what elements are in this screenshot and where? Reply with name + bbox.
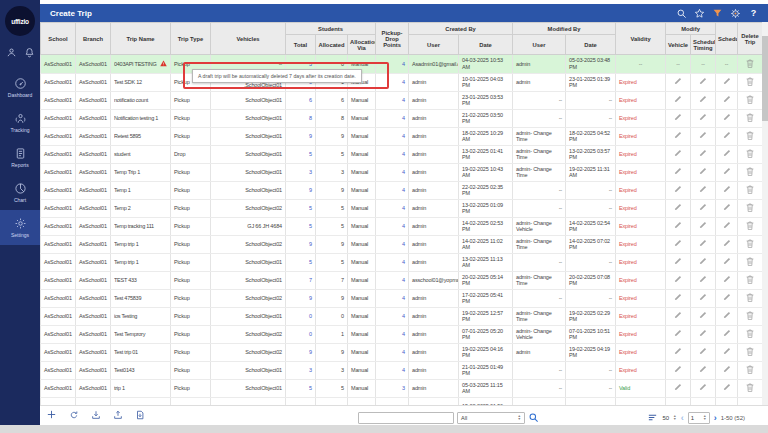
cell-pickup-drop-points[interactable]: 4 bbox=[376, 217, 409, 235]
modify-vehicle-button[interactable] bbox=[666, 145, 691, 163]
cell-students-total[interactable]: 8 bbox=[286, 109, 316, 127]
modify-schedule-button[interactable] bbox=[716, 73, 738, 91]
modify-schedule-button[interactable] bbox=[716, 91, 738, 109]
delete-trip-button[interactable] bbox=[738, 361, 763, 379]
export-icon[interactable] bbox=[91, 410, 101, 420]
modify-vehicle-button[interactable] bbox=[666, 91, 691, 109]
sidebar-item-tracking[interactable]: Tracking bbox=[0, 105, 40, 140]
cell-students-total[interactable]: 3 bbox=[286, 361, 316, 379]
modify-schedule-button[interactable] bbox=[716, 289, 738, 307]
next-page-button[interactable]: › bbox=[714, 412, 717, 424]
gear-icon[interactable] bbox=[730, 8, 741, 19]
modify-schedule-timing-button[interactable] bbox=[691, 361, 716, 379]
modify-schedule-button[interactable] bbox=[716, 307, 738, 325]
modify-schedule-button[interactable] bbox=[716, 253, 738, 271]
cell-pickup-drop-points[interactable]: 4 bbox=[376, 91, 409, 109]
modify-schedule-button[interactable] bbox=[716, 181, 738, 199]
filter-icon[interactable] bbox=[712, 8, 723, 19]
modify-schedule-button[interactable] bbox=[716, 109, 738, 127]
modify-vehicle-button[interactable] bbox=[666, 253, 691, 271]
delete-trip-button[interactable] bbox=[738, 91, 763, 109]
delete-trip-button[interactable] bbox=[738, 145, 763, 163]
delete-trip-button[interactable] bbox=[738, 127, 763, 145]
cell-pickup-drop-points[interactable]: 4 bbox=[376, 271, 409, 289]
modify-schedule-timing-button[interactable] bbox=[691, 271, 716, 289]
delete-trip-button[interactable] bbox=[738, 199, 763, 217]
cell-students-total[interactable]: 9 bbox=[286, 127, 316, 145]
cell-pickup-drop-points[interactable]: 4 bbox=[376, 181, 409, 199]
modify-schedule-timing-button[interactable] bbox=[691, 163, 716, 181]
col-modified-date[interactable]: Date bbox=[566, 35, 616, 55]
modify-schedule-timing-button[interactable] bbox=[691, 289, 716, 307]
modify-vehicle-button[interactable] bbox=[666, 325, 691, 343]
modify-schedule-button[interactable] bbox=[716, 163, 738, 181]
modify-schedule-timing-button[interactable] bbox=[691, 91, 716, 109]
modify-vehicle-button[interactable] bbox=[666, 199, 691, 217]
modify-vehicle-button[interactable] bbox=[666, 109, 691, 127]
cell-pickup-drop-points[interactable]: 4 bbox=[376, 343, 409, 361]
modify-vehicle-button[interactable] bbox=[666, 361, 691, 379]
delete-trip-button[interactable] bbox=[738, 289, 763, 307]
modify-schedule-button[interactable] bbox=[716, 217, 738, 235]
delete-trip-button[interactable] bbox=[738, 343, 763, 361]
search-icon[interactable] bbox=[676, 8, 687, 19]
col-created-date[interactable]: Date bbox=[459, 35, 513, 55]
cell-pickup-drop-points[interactable]: 4 bbox=[376, 109, 409, 127]
modify-schedule-timing-button[interactable] bbox=[691, 379, 716, 397]
delete-trip-button[interactable] bbox=[738, 379, 763, 397]
modify-schedule-button[interactable] bbox=[716, 343, 738, 361]
modify-schedule-timing-button[interactable] bbox=[691, 145, 716, 163]
modify-vehicle-button[interactable] bbox=[666, 217, 691, 235]
modify-vehicle-button[interactable] bbox=[666, 127, 691, 145]
add-trip-button[interactable] bbox=[46, 409, 57, 420]
page-number-input[interactable]: 1 ▲▼ bbox=[688, 412, 710, 424]
delete-trip-button[interactable] bbox=[738, 109, 763, 127]
delete-trip-button[interactable] bbox=[738, 181, 763, 199]
sidebar-item-chart[interactable]: Chart bbox=[0, 175, 40, 210]
modify-schedule-timing-button[interactable] bbox=[691, 343, 716, 361]
cell-students-total[interactable]: 7 bbox=[286, 271, 316, 289]
col-pickup-drop-points[interactable]: Pickup-Drop Points bbox=[376, 23, 409, 55]
modify-schedule-button[interactable] bbox=[716, 379, 738, 397]
modify-schedule-timing-button[interactable] bbox=[691, 109, 716, 127]
col-created-user[interactable]: User bbox=[409, 35, 459, 55]
refresh-button[interactable] bbox=[69, 410, 79, 420]
col-schedule[interactable]: Schedule bbox=[716, 23, 738, 55]
user-icon[interactable] bbox=[6, 47, 17, 58]
page-size-stepper[interactable]: ▲▼ bbox=[673, 415, 677, 421]
col-trip-type[interactable]: Trip Type bbox=[171, 23, 211, 55]
delete-trip-button[interactable] bbox=[738, 55, 763, 73]
modify-vehicle-button[interactable] bbox=[666, 235, 691, 253]
modify-schedule-timing-button[interactable] bbox=[691, 253, 716, 271]
notifications-bell-icon[interactable] bbox=[24, 47, 35, 58]
modify-schedule-timing-button[interactable] bbox=[691, 181, 716, 199]
cell-pickup-drop-points[interactable]: 3 bbox=[376, 379, 409, 397]
import-icon[interactable] bbox=[113, 410, 123, 420]
cell-students-total[interactable]: 5 bbox=[286, 217, 316, 235]
search-column-select[interactable]: All ▲▼ bbox=[457, 412, 525, 424]
scrollbar-thumb[interactable] bbox=[762, 36, 768, 121]
cell-students-total[interactable]: 9 bbox=[286, 289, 316, 307]
modify-schedule-button[interactable] bbox=[716, 361, 738, 379]
col-branch[interactable]: Branch bbox=[76, 23, 111, 55]
star-icon[interactable] bbox=[694, 8, 705, 19]
modify-schedule-timing-button[interactable] bbox=[691, 199, 716, 217]
modify-schedule-button[interactable] bbox=[716, 235, 738, 253]
cell-pickup-drop-points[interactable]: 4 bbox=[376, 325, 409, 343]
modify-vehicle-button[interactable] bbox=[666, 379, 691, 397]
col-modified-user[interactable]: User bbox=[513, 35, 566, 55]
modify-vehicle-button[interactable] bbox=[666, 271, 691, 289]
cell-students-total[interactable]: 3 bbox=[286, 163, 316, 181]
cell-pickup-drop-points[interactable]: 4 bbox=[376, 307, 409, 325]
modify-schedule-button[interactable] bbox=[716, 271, 738, 289]
col-trip-name[interactable]: Trip Name bbox=[111, 23, 171, 55]
delete-trip-button[interactable] bbox=[738, 307, 763, 325]
prev-page-button[interactable]: ‹ bbox=[681, 412, 684, 424]
vertical-scrollbar[interactable] bbox=[762, 22, 768, 405]
modify-schedule-timing-button[interactable] bbox=[691, 307, 716, 325]
modify-schedule-timing-button[interactable] bbox=[691, 235, 716, 253]
col-modify-vehicle[interactable]: Vehicle bbox=[666, 35, 691, 55]
modify-schedule-button[interactable] bbox=[716, 145, 738, 163]
cell-students-total[interactable]: 5 bbox=[286, 199, 316, 217]
col-schedule-timing[interactable]: Schedule Timing bbox=[691, 35, 716, 55]
